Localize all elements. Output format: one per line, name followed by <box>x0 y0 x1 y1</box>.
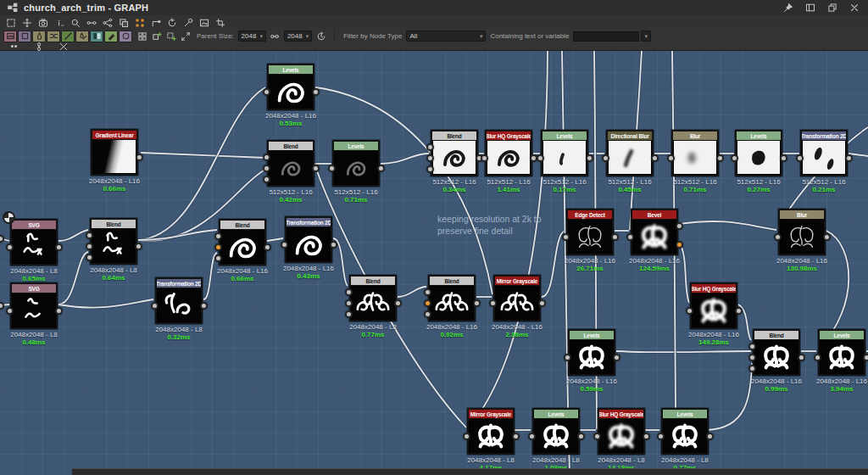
input-port[interactable] <box>686 307 693 315</box>
info-icon[interactable] <box>52 17 66 29</box>
input-port[interactable] <box>328 165 336 172</box>
output-port[interactable] <box>735 307 743 315</box>
output-port[interactable] <box>200 302 208 310</box>
containing-text-input[interactable] <box>573 31 639 42</box>
output-port[interactable] <box>845 154 853 162</box>
output-port[interactable] <box>676 222 683 230</box>
pin-icon[interactable] <box>781 2 795 14</box>
output-port[interactable] <box>394 299 402 307</box>
input-port[interactable] <box>263 165 270 172</box>
link-icon[interactable] <box>84 17 98 29</box>
output-port[interactable] <box>312 88 320 96</box>
node-mirror-2[interactable]: Mirror Grayscale <box>467 408 515 455</box>
output-port[interactable] <box>330 241 337 249</box>
search-icon[interactable] <box>68 17 82 29</box>
node-levels-7[interactable]: Levels <box>532 408 580 455</box>
output-port[interactable] <box>780 154 787 162</box>
output-port[interactable] <box>613 354 620 361</box>
node-blend-4[interactable]: Blend <box>219 219 266 265</box>
node-levels-3[interactable]: Levels <box>541 130 588 176</box>
node-transform-3[interactable]: Transformation 2D <box>285 216 332 263</box>
node-bevel[interactable]: Bevel <box>631 209 678 255</box>
input-port[interactable] <box>774 233 782 241</box>
pan-icon[interactable] <box>19 17 34 29</box>
output-port[interactable] <box>55 243 63 251</box>
output-port[interactable] <box>264 243 271 251</box>
input-port[interactable] <box>748 365 756 372</box>
filter-node-type-dropdown[interactable]: All▾ <box>406 31 486 42</box>
image-frame-icon[interactable] <box>197 17 211 29</box>
node-transform-2[interactable]: Transformation 2D <box>155 277 203 324</box>
input-port[interactable] <box>667 154 675 162</box>
node-gradient-linear[interactable]: Gradient Linear <box>91 129 138 176</box>
input-port[interactable] <box>424 310 431 318</box>
input-port[interactable] <box>6 307 14 315</box>
node-blend-1[interactable]: Blend <box>267 140 314 187</box>
output-port[interactable] <box>473 299 481 307</box>
edge-port[interactable] <box>0 235 4 243</box>
output-port[interactable] <box>716 154 724 162</box>
input-port[interactable] <box>345 288 353 296</box>
input-port[interactable] <box>345 299 353 307</box>
input-port[interactable] <box>593 433 601 440</box>
node-levels-2[interactable]: Levels <box>332 140 380 187</box>
grid-icon[interactable] <box>135 31 149 42</box>
input-port[interactable] <box>86 254 93 261</box>
rotate-icon[interactable] <box>164 17 179 29</box>
input-port[interactable] <box>537 154 544 162</box>
copy-icon[interactable] <box>116 17 131 29</box>
parent-size-dropdown-2[interactable]: 2048▾ <box>284 31 312 42</box>
crop-icon[interactable] <box>213 17 227 29</box>
output-port[interactable] <box>586 154 593 162</box>
search-options-dropdown[interactable]: ▾ <box>641 31 651 42</box>
panel-icon[interactable] <box>803 2 817 14</box>
output-port[interactable] <box>377 165 385 172</box>
input-port[interactable] <box>345 310 353 318</box>
input-port[interactable] <box>151 302 159 310</box>
input-port[interactable] <box>424 299 431 307</box>
output-port[interactable] <box>643 433 650 440</box>
output-port[interactable] <box>55 307 63 315</box>
node-blend-6[interactable]: Blend <box>428 275 476 321</box>
input-port[interactable] <box>424 288 431 296</box>
input-port[interactable] <box>6 243 14 251</box>
node-add-icon[interactable] <box>149 31 164 42</box>
grid-orange-icon[interactable] <box>132 17 147 29</box>
node-blend-2[interactable]: Blend <box>431 130 478 176</box>
parent-size-dropdown[interactable]: 2048▾ <box>238 31 266 42</box>
output-port[interactable] <box>651 154 659 162</box>
input-port[interactable] <box>263 88 270 96</box>
reset-size-icon[interactable] <box>314 31 328 42</box>
node-blur-hq-3[interactable]: Blur HQ Grayscale <box>598 408 645 455</box>
node-levels-4[interactable]: Levels <box>735 130 782 176</box>
input-port[interactable] <box>214 254 222 262</box>
close-icon[interactable] <box>847 2 861 14</box>
output-port[interactable] <box>135 243 142 250</box>
camera-icon[interactable] <box>36 17 50 29</box>
output-port[interactable] <box>538 299 546 307</box>
input-port[interactable] <box>86 243 93 250</box>
share-icon[interactable] <box>100 17 114 29</box>
output-port[interactable] <box>577 433 585 440</box>
node-blur-hq-2[interactable]: Blur HQ Grayscale <box>690 282 737 329</box>
input-port[interactable] <box>86 232 93 239</box>
input-port[interactable] <box>481 154 488 162</box>
output-port[interactable] <box>823 233 831 241</box>
output-port[interactable] <box>312 165 320 172</box>
input-port[interactable] <box>426 154 434 162</box>
pencil-tool-button[interactable] <box>104 31 118 42</box>
input-port[interactable] <box>426 143 434 151</box>
droplet-pen-tool-button[interactable] <box>75 31 89 42</box>
node-mirror-1[interactable]: Mirror Grayscale <box>493 275 541 321</box>
input-port[interactable] <box>263 176 270 183</box>
node-levels-1[interactable]: Levels <box>267 64 314 110</box>
output-port[interactable] <box>706 433 714 440</box>
node-blend-3[interactable]: Blend <box>90 218 137 265</box>
tools-icon[interactable] <box>56 41 70 53</box>
input-port[interactable] <box>602 154 609 162</box>
dots-pair-icon[interactable] <box>7 41 21 53</box>
input-port[interactable] <box>281 241 288 249</box>
output-port[interactable] <box>676 241 683 249</box>
input-port[interactable] <box>463 433 470 440</box>
wrench-icon[interactable] <box>181 17 195 29</box>
